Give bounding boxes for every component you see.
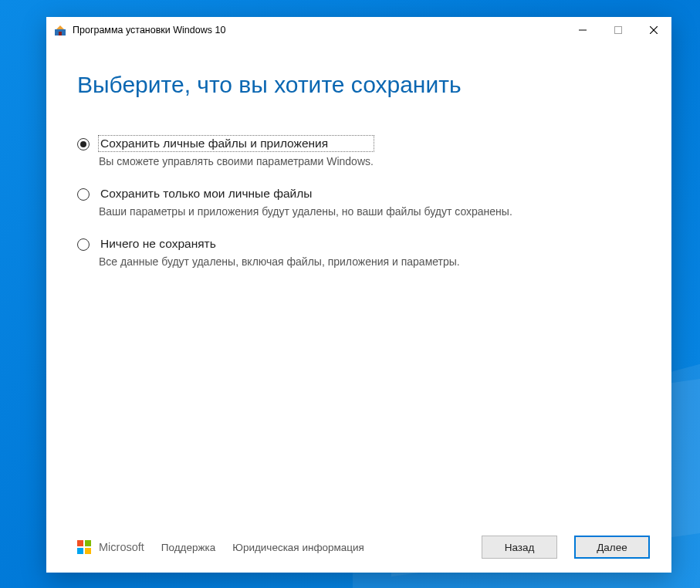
svg-rect-3	[615, 27, 622, 34]
svg-rect-9	[85, 548, 91, 554]
support-link[interactable]: Поддержка	[161, 542, 215, 553]
page-title: Выберите, что вы хотите сохранить	[77, 71, 641, 99]
legal-link[interactable]: Юридическая информация	[232, 542, 364, 553]
option-keep-nothing[interactable]: Ничего не сохранять Все данные будут уда…	[77, 236, 641, 269]
minimize-button[interactable]	[565, 17, 600, 43]
back-button-label: Назад	[505, 542, 535, 553]
next-button[interactable]: Далее	[574, 536, 650, 559]
radio-icon[interactable]	[77, 138, 90, 150]
option-label: Сохранить личные файлы и приложения	[99, 136, 374, 151]
content-area: Выберите, что вы хотите сохранить Сохран…	[46, 43, 671, 522]
radio-icon[interactable]	[77, 188, 90, 201]
option-keep-files-and-apps[interactable]: Сохранить личные файлы и приложения Вы с…	[77, 136, 641, 169]
svg-rect-1	[59, 32, 62, 35]
svg-rect-7	[85, 540, 91, 546]
microsoft-logo-icon	[77, 540, 91, 554]
next-button-label: Далее	[597, 542, 627, 553]
option-label: Ничего не сохранять	[99, 236, 460, 252]
option-desc: Вы сможете управлять своими параметрами …	[99, 154, 374, 169]
back-button[interactable]: Назад	[482, 536, 557, 559]
maximize-button[interactable]	[600, 17, 636, 43]
option-desc: Ваши параметры и приложения будут удален…	[99, 204, 512, 219]
option-label: Сохранить только мои личные файлы	[99, 186, 512, 201]
title-bar[interactable]: Программа установки Windows 10	[46, 17, 671, 43]
app-icon	[54, 24, 66, 36]
option-keep-files-only[interactable]: Сохранить только мои личные файлы Ваши п…	[77, 186, 641, 219]
svg-rect-6	[77, 540, 83, 546]
options-group: Сохранить личные файлы и приложения Вы с…	[77, 136, 641, 269]
window-title: Программа установки Windows 10	[73, 25, 225, 35]
microsoft-brand: Microsoft	[99, 541, 144, 553]
installer-window: Программа установки Windows 10 Выберите,…	[46, 17, 671, 573]
window-controls	[565, 17, 671, 43]
close-button[interactable]	[636, 17, 671, 43]
radio-icon[interactable]	[77, 238, 90, 251]
footer-bar: Microsoft Поддержка Юридическая информац…	[46, 522, 671, 573]
svg-rect-8	[77, 548, 83, 554]
option-desc: Все данные будут удалены, включая файлы,…	[99, 255, 460, 269]
